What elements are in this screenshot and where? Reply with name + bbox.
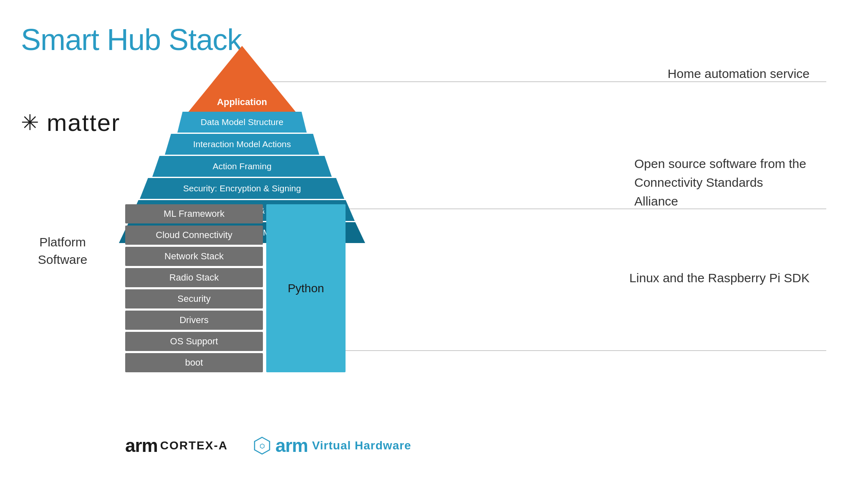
platform-row-radio: Radio Stack	[125, 268, 263, 287]
python-box: Python	[266, 204, 346, 372]
platform-row-drivers: Drivers	[125, 311, 263, 330]
bottom-logos: arm CORTEX-A ⬡ arm Virtual Hardware	[125, 435, 411, 456]
arm-cortex-arm-text: arm	[125, 435, 158, 456]
platform-row-cloud: Cloud Connectivity	[125, 226, 263, 245]
arm-cortex-logo: arm CORTEX-A	[125, 435, 228, 456]
annotation-linux-rpi: Linux and the Raspberry Pi SDK	[629, 271, 810, 285]
arm-virtual-logo: ⬡ arm Virtual Hardware	[253, 435, 411, 456]
platform-row-ml: ML Framework	[125, 204, 263, 223]
platform-row-security: Security	[125, 289, 263, 308]
svg-text:⬡: ⬡	[260, 443, 265, 449]
pyramid-layer-3: Action Framing	[152, 156, 332, 177]
divider-middle	[342, 208, 826, 209]
annotation-open-source: Open source software from the Connectivi…	[634, 154, 810, 211]
annotation-home-automation: Home automation service	[668, 67, 810, 81]
application-triangle: Application	[188, 46, 296, 113]
pyramid-layer-2: Interaction Model Actions	[165, 134, 319, 155]
platform-row-boot: boot	[125, 353, 263, 372]
platform-software-label: Platform Software	[21, 233, 104, 268]
matter-text: matter	[47, 108, 120, 136]
platform-container: ML Framework Cloud Connectivity Network …	[125, 204, 346, 372]
cortex-label: CORTEX-A	[160, 439, 228, 452]
pyramid-layer-1: Data Model Structure	[177, 112, 307, 133]
platform-row-network: Network Stack	[125, 247, 263, 266]
arm-virtual-arm-text: arm	[275, 435, 308, 456]
pyramid-apex: Application	[125, 46, 359, 113]
pyramid-layer-4: Security: Encryption & Signing	[140, 178, 344, 199]
application-label: Application	[188, 97, 296, 108]
platform-rows: ML Framework Cloud Connectivity Network …	[125, 204, 263, 372]
platform-row-os: OS Support	[125, 332, 263, 351]
arm-virtual-hex-icon: ⬡	[253, 436, 271, 455]
virtual-label: Virtual Hardware	[312, 439, 411, 452]
matter-star-icon: ✳	[21, 112, 39, 133]
divider-bottom	[342, 350, 826, 351]
matter-logo: ✳ matter	[21, 108, 120, 136]
